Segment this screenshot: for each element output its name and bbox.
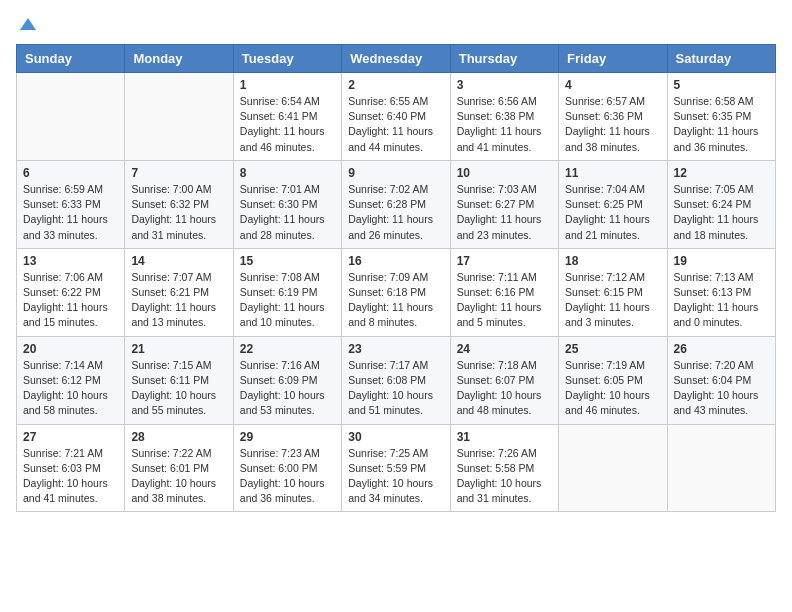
day-number: 9	[348, 166, 443, 180]
day-number: 29	[240, 430, 335, 444]
calendar-cell: 6Sunrise: 6:59 AM Sunset: 6:33 PM Daylig…	[17, 160, 125, 248]
day-info: Sunrise: 7:01 AM Sunset: 6:30 PM Dayligh…	[240, 182, 335, 243]
day-number: 3	[457, 78, 552, 92]
weekday-header: Monday	[125, 45, 233, 73]
calendar-table: SundayMondayTuesdayWednesdayThursdayFrid…	[16, 44, 776, 512]
day-number: 25	[565, 342, 660, 356]
calendar-cell: 16Sunrise: 7:09 AM Sunset: 6:18 PM Dayli…	[342, 248, 450, 336]
day-info: Sunrise: 6:59 AM Sunset: 6:33 PM Dayligh…	[23, 182, 118, 243]
calendar-cell: 26Sunrise: 7:20 AM Sunset: 6:04 PM Dayli…	[667, 336, 775, 424]
day-number: 7	[131, 166, 226, 180]
calendar-cell	[17, 73, 125, 161]
day-info: Sunrise: 7:14 AM Sunset: 6:12 PM Dayligh…	[23, 358, 118, 419]
calendar-cell: 7Sunrise: 7:00 AM Sunset: 6:32 PM Daylig…	[125, 160, 233, 248]
day-info: Sunrise: 7:03 AM Sunset: 6:27 PM Dayligh…	[457, 182, 552, 243]
day-number: 21	[131, 342, 226, 356]
weekday-header: Saturday	[667, 45, 775, 73]
day-info: Sunrise: 6:58 AM Sunset: 6:35 PM Dayligh…	[674, 94, 769, 155]
day-info: Sunrise: 7:17 AM Sunset: 6:08 PM Dayligh…	[348, 358, 443, 419]
day-number: 10	[457, 166, 552, 180]
weekday-header: Friday	[559, 45, 667, 73]
day-number: 4	[565, 78, 660, 92]
calendar-cell: 1Sunrise: 6:54 AM Sunset: 6:41 PM Daylig…	[233, 73, 341, 161]
calendar-week-row: 13Sunrise: 7:06 AM Sunset: 6:22 PM Dayli…	[17, 248, 776, 336]
day-number: 28	[131, 430, 226, 444]
day-info: Sunrise: 7:26 AM Sunset: 5:58 PM Dayligh…	[457, 446, 552, 507]
calendar-cell: 23Sunrise: 7:17 AM Sunset: 6:08 PM Dayli…	[342, 336, 450, 424]
day-number: 2	[348, 78, 443, 92]
day-info: Sunrise: 7:02 AM Sunset: 6:28 PM Dayligh…	[348, 182, 443, 243]
calendar-cell: 2Sunrise: 6:55 AM Sunset: 6:40 PM Daylig…	[342, 73, 450, 161]
day-number: 19	[674, 254, 769, 268]
day-number: 1	[240, 78, 335, 92]
day-number: 13	[23, 254, 118, 268]
weekday-header: Sunday	[17, 45, 125, 73]
day-info: Sunrise: 7:15 AM Sunset: 6:11 PM Dayligh…	[131, 358, 226, 419]
day-info: Sunrise: 7:04 AM Sunset: 6:25 PM Dayligh…	[565, 182, 660, 243]
calendar-week-row: 27Sunrise: 7:21 AM Sunset: 6:03 PM Dayli…	[17, 424, 776, 512]
calendar-cell: 28Sunrise: 7:22 AM Sunset: 6:01 PM Dayli…	[125, 424, 233, 512]
calendar-cell: 27Sunrise: 7:21 AM Sunset: 6:03 PM Dayli…	[17, 424, 125, 512]
day-info: Sunrise: 7:21 AM Sunset: 6:03 PM Dayligh…	[23, 446, 118, 507]
calendar-cell: 17Sunrise: 7:11 AM Sunset: 6:16 PM Dayli…	[450, 248, 558, 336]
day-info: Sunrise: 7:19 AM Sunset: 6:05 PM Dayligh…	[565, 358, 660, 419]
day-number: 14	[131, 254, 226, 268]
calendar-cell: 8Sunrise: 7:01 AM Sunset: 6:30 PM Daylig…	[233, 160, 341, 248]
calendar-week-row: 1Sunrise: 6:54 AM Sunset: 6:41 PM Daylig…	[17, 73, 776, 161]
day-info: Sunrise: 7:16 AM Sunset: 6:09 PM Dayligh…	[240, 358, 335, 419]
calendar-cell: 3Sunrise: 6:56 AM Sunset: 6:38 PM Daylig…	[450, 73, 558, 161]
day-number: 18	[565, 254, 660, 268]
day-number: 6	[23, 166, 118, 180]
calendar-cell	[667, 424, 775, 512]
calendar-cell: 19Sunrise: 7:13 AM Sunset: 6:13 PM Dayli…	[667, 248, 775, 336]
weekday-header-row: SundayMondayTuesdayWednesdayThursdayFrid…	[17, 45, 776, 73]
day-number: 20	[23, 342, 118, 356]
calendar-cell: 18Sunrise: 7:12 AM Sunset: 6:15 PM Dayli…	[559, 248, 667, 336]
calendar-cell: 22Sunrise: 7:16 AM Sunset: 6:09 PM Dayli…	[233, 336, 341, 424]
day-info: Sunrise: 7:11 AM Sunset: 6:16 PM Dayligh…	[457, 270, 552, 331]
weekday-header: Thursday	[450, 45, 558, 73]
day-info: Sunrise: 7:08 AM Sunset: 6:19 PM Dayligh…	[240, 270, 335, 331]
page-header	[16, 16, 776, 32]
day-info: Sunrise: 7:00 AM Sunset: 6:32 PM Dayligh…	[131, 182, 226, 243]
calendar-cell: 10Sunrise: 7:03 AM Sunset: 6:27 PM Dayli…	[450, 160, 558, 248]
calendar-cell: 15Sunrise: 7:08 AM Sunset: 6:19 PM Dayli…	[233, 248, 341, 336]
day-info: Sunrise: 7:23 AM Sunset: 6:00 PM Dayligh…	[240, 446, 335, 507]
calendar-week-row: 6Sunrise: 6:59 AM Sunset: 6:33 PM Daylig…	[17, 160, 776, 248]
calendar-cell: 9Sunrise: 7:02 AM Sunset: 6:28 PM Daylig…	[342, 160, 450, 248]
day-info: Sunrise: 6:54 AM Sunset: 6:41 PM Dayligh…	[240, 94, 335, 155]
calendar-cell: 12Sunrise: 7:05 AM Sunset: 6:24 PM Dayli…	[667, 160, 775, 248]
day-number: 12	[674, 166, 769, 180]
day-number: 31	[457, 430, 552, 444]
weekday-header: Tuesday	[233, 45, 341, 73]
day-info: Sunrise: 7:18 AM Sunset: 6:07 PM Dayligh…	[457, 358, 552, 419]
day-info: Sunrise: 7:12 AM Sunset: 6:15 PM Dayligh…	[565, 270, 660, 331]
calendar-cell: 4Sunrise: 6:57 AM Sunset: 6:36 PM Daylig…	[559, 73, 667, 161]
day-info: Sunrise: 7:06 AM Sunset: 6:22 PM Dayligh…	[23, 270, 118, 331]
day-number: 22	[240, 342, 335, 356]
logo	[16, 16, 38, 32]
calendar-cell: 21Sunrise: 7:15 AM Sunset: 6:11 PM Dayli…	[125, 336, 233, 424]
calendar-cell: 24Sunrise: 7:18 AM Sunset: 6:07 PM Dayli…	[450, 336, 558, 424]
calendar-cell: 31Sunrise: 7:26 AM Sunset: 5:58 PM Dayli…	[450, 424, 558, 512]
day-info: Sunrise: 7:05 AM Sunset: 6:24 PM Dayligh…	[674, 182, 769, 243]
calendar-week-row: 20Sunrise: 7:14 AM Sunset: 6:12 PM Dayli…	[17, 336, 776, 424]
day-number: 8	[240, 166, 335, 180]
logo-icon	[18, 16, 38, 36]
calendar-cell: 25Sunrise: 7:19 AM Sunset: 6:05 PM Dayli…	[559, 336, 667, 424]
calendar-cell: 30Sunrise: 7:25 AM Sunset: 5:59 PM Dayli…	[342, 424, 450, 512]
day-number: 15	[240, 254, 335, 268]
day-number: 17	[457, 254, 552, 268]
weekday-header: Wednesday	[342, 45, 450, 73]
day-number: 26	[674, 342, 769, 356]
day-info: Sunrise: 7:09 AM Sunset: 6:18 PM Dayligh…	[348, 270, 443, 331]
day-number: 16	[348, 254, 443, 268]
calendar-cell: 13Sunrise: 7:06 AM Sunset: 6:22 PM Dayli…	[17, 248, 125, 336]
day-number: 30	[348, 430, 443, 444]
day-info: Sunrise: 7:07 AM Sunset: 6:21 PM Dayligh…	[131, 270, 226, 331]
day-number: 27	[23, 430, 118, 444]
day-info: Sunrise: 7:25 AM Sunset: 5:59 PM Dayligh…	[348, 446, 443, 507]
calendar-cell: 5Sunrise: 6:58 AM Sunset: 6:35 PM Daylig…	[667, 73, 775, 161]
calendar-cell: 11Sunrise: 7:04 AM Sunset: 6:25 PM Dayli…	[559, 160, 667, 248]
calendar-cell: 29Sunrise: 7:23 AM Sunset: 6:00 PM Dayli…	[233, 424, 341, 512]
